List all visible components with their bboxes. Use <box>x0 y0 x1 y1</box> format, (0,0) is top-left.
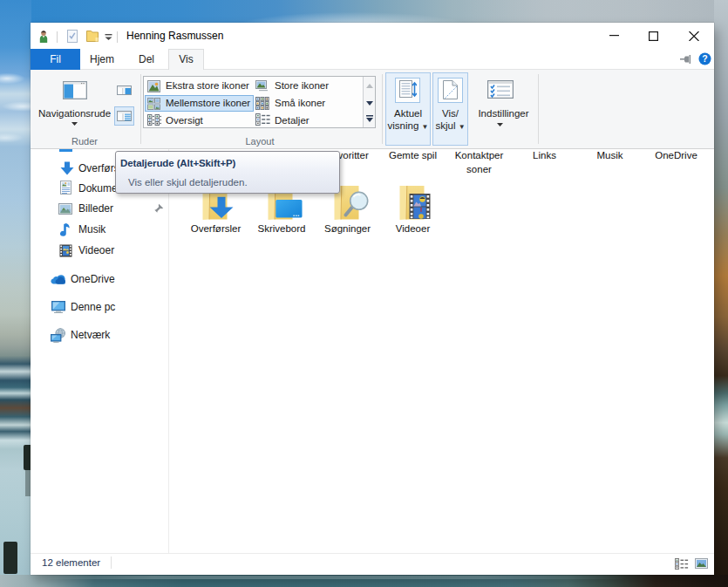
svg-text:?: ? <box>702 53 707 64</box>
